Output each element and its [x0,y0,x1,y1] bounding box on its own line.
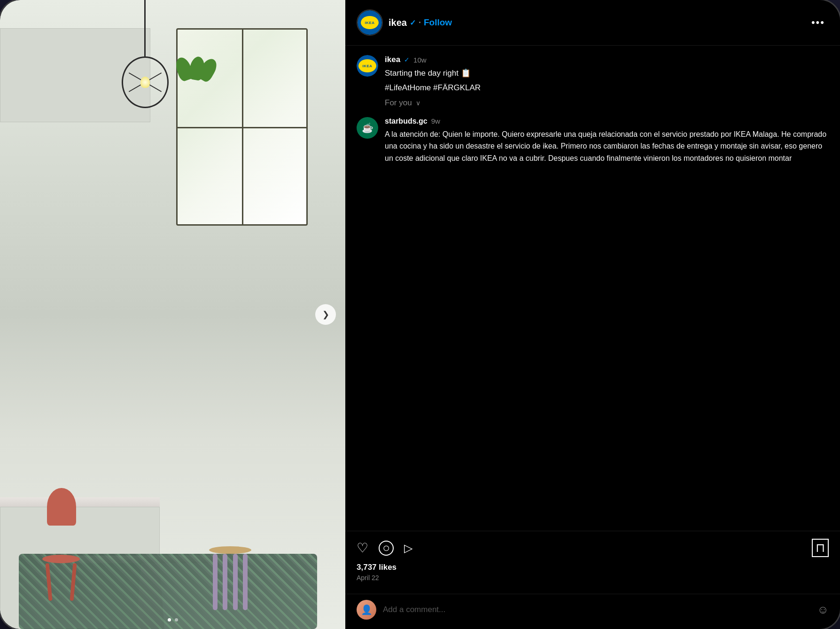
ikea-logo-text: IKEA [365,21,374,25]
chevron-down-icon: ∨ [416,99,420,107]
carousel-dot-2 [175,618,178,621]
starbucks-avatar-icon: ☕ [362,122,373,134]
current-user-avatar: 👤 [357,600,376,620]
like-button[interactable]: ♡ [357,540,368,556]
comment-text: A la atención de: Quien le importe. Quie… [385,128,829,165]
header-username-row: ikea ✓ · Follow [389,17,802,28]
carousel-next-icon: ❯ [322,309,329,320]
emoji-button[interactable]: ☺ [817,603,829,616]
header-username-text[interactable]: ikea [389,17,407,28]
carousel-next-button[interactable]: ❯ [315,304,336,325]
post-image: ❯ [0,0,345,629]
share-button[interactable]: ▷ [404,542,412,555]
caption-area: IKEA ikea ✓ 10w Starting the day right 📋… [345,46,840,531]
header-dot-separator: · [419,18,421,28]
carousel-dots [168,618,178,621]
for-you-text: For you [385,98,412,108]
chair-leg-left [46,563,53,601]
caption-ikea-text: IKEA [362,64,372,68]
comment-content: starbuds.gc 9w A la atención de: Quien l… [385,117,829,165]
post-panel: IKEA ikea ✓ · Follow ••• [345,0,840,629]
lamp-cage [122,56,169,108]
action-icons-row: ♡ ○ ▷ ⊓ [357,539,829,557]
actions-bar: ♡ ○ ▷ ⊓ 3,737 likes April 22 [345,531,840,594]
stool-legs [209,554,251,610]
caption-meta: ikea ✓ 10w [385,55,829,64]
ikea-logo: IKEA [358,10,382,35]
add-comment-row: 👤 Add a comment... ☺ [345,594,840,629]
follow-button[interactable]: Follow [424,17,452,28]
caption-content: ikea ✓ 10w Starting the day right 📋 #Lif… [385,55,829,108]
red-chair [38,497,85,601]
ikea-logo-oval: IKEA [361,16,379,29]
comment-input-placeholder[interactable]: Add a comment... [383,605,810,614]
carousel-dot-1 [168,618,171,621]
caption-ikea-oval: IKEA [358,59,376,72]
device-frame: ❯ IKEA ikea ✓ · Follow [0,0,840,629]
caption-row: IKEA ikea ✓ 10w Starting the day right 📋… [357,55,829,108]
stool-top [209,546,251,554]
stool-leg-4 [243,554,248,610]
lamp-bulb [140,77,150,88]
caption-avatar[interactable]: IKEA [357,55,378,77]
post-date: April 22 [357,574,829,582]
stool [209,546,251,610]
comment-time: 9w [431,117,440,125]
commenter-avatar[interactable]: ☕ [357,117,378,139]
likes-count: 3,737 likes [357,563,829,572]
current-user-avatar-icon: 👤 [361,604,373,615]
window-frame-vertical [242,30,243,224]
caption-username[interactable]: ikea [385,55,400,64]
lamp-cord [144,0,146,56]
chair-back [47,488,76,526]
comment-button[interactable]: ○ [379,541,394,556]
stool-leg-2 [223,554,227,610]
header-verified-icon: ✓ [410,18,416,27]
comment-username[interactable]: starbuds.gc [385,117,428,126]
caption-time: 10w [413,56,427,64]
bookmark-button[interactable]: ⊓ [812,539,829,557]
caption-ikea-logo: IKEA [357,55,378,77]
plant [176,56,214,103]
more-options-button[interactable]: ••• [808,15,829,31]
for-you-section[interactable]: For you ∨ [385,98,829,108]
header-avatar[interactable]: IKEA [357,9,383,36]
comment-row: ☕ starbuds.gc 9w A la atención de: Quien… [357,117,829,165]
stool-leg-3 [233,554,238,610]
header-info: ikea ✓ · Follow [389,17,802,28]
stool-leg-1 [213,554,218,610]
post-header: IKEA ikea ✓ · Follow ••• [345,0,840,46]
chair-seat [42,555,80,563]
hashtags-text: #LifeAtHome #FÄRGKLAR [385,83,829,93]
caption-verified-icon: ✓ [404,56,410,63]
kitchen-scene [0,0,345,629]
chair-leg-right [70,563,77,601]
comment-meta: starbuds.gc 9w [385,117,829,126]
pendant-lamp [122,0,169,108]
caption-text: Starting the day right 📋 [385,67,829,79]
